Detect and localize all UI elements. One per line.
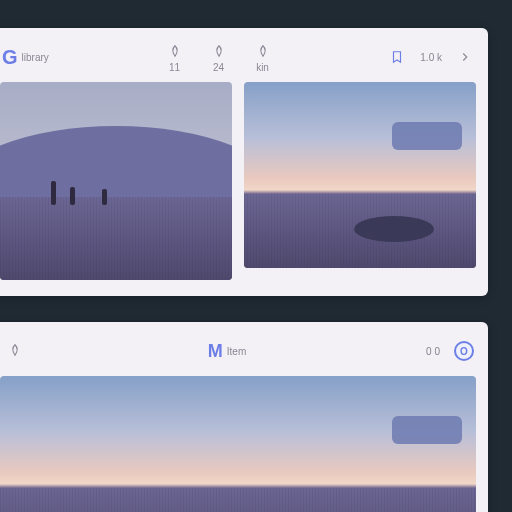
stat-label: 11 <box>169 62 180 73</box>
stat-item[interactable]: 11 <box>162 42 188 73</box>
chevron-icon[interactable] <box>456 48 474 66</box>
image-panes <box>0 82 488 292</box>
leaf-icon <box>254 42 272 60</box>
overlay-button[interactable] <box>392 122 462 150</box>
landscape-thumbnail <box>0 82 232 280</box>
brand-sublabel: library <box>22 52 49 63</box>
header-stats: 11 24 kin <box>162 42 276 73</box>
stat-item[interactable]: 24 <box>206 42 232 73</box>
brand-mark: G <box>2 46 18 69</box>
header-stats <box>2 341 28 361</box>
gallery-card-bottom: M Item 0 0 O <box>0 322 488 512</box>
header-actions: 1.0 k <box>388 48 474 66</box>
stat-label: kin <box>256 62 269 73</box>
leaf-icon <box>210 42 228 60</box>
view-count: 0 0 <box>426 346 440 357</box>
brand-sublabel: Item <box>227 346 246 357</box>
brand-mark: M <box>208 341 223 362</box>
view-count: 1.0 k <box>420 52 442 63</box>
leaf-icon <box>166 42 184 60</box>
leaf-icon <box>6 341 24 359</box>
brand-block[interactable]: G library <box>2 46 49 69</box>
overlay-button[interactable] <box>392 416 462 444</box>
bookmark-icon[interactable] <box>388 48 406 66</box>
image-pane-left[interactable] <box>0 82 232 280</box>
stat-item[interactable]: kin <box>250 42 276 73</box>
image-pane[interactable] <box>0 376 476 512</box>
landscape-thumbnail <box>244 82 476 268</box>
card-header: M Item 0 0 O <box>0 322 488 376</box>
stat-label: 24 <box>213 62 224 73</box>
gallery-card-top: G library 11 24 kin <box>0 28 488 296</box>
brand-block[interactable]: M Item <box>208 341 246 362</box>
avatar-initial: O <box>460 346 468 357</box>
image-pane-right[interactable] <box>244 82 476 268</box>
landscape-thumbnail <box>0 376 476 512</box>
stat-item[interactable] <box>2 341 28 361</box>
header-actions: 0 0 O <box>426 341 474 361</box>
card-header: G library 11 24 kin <box>0 28 488 82</box>
image-panes <box>0 376 488 512</box>
avatar[interactable]: O <box>454 341 474 361</box>
